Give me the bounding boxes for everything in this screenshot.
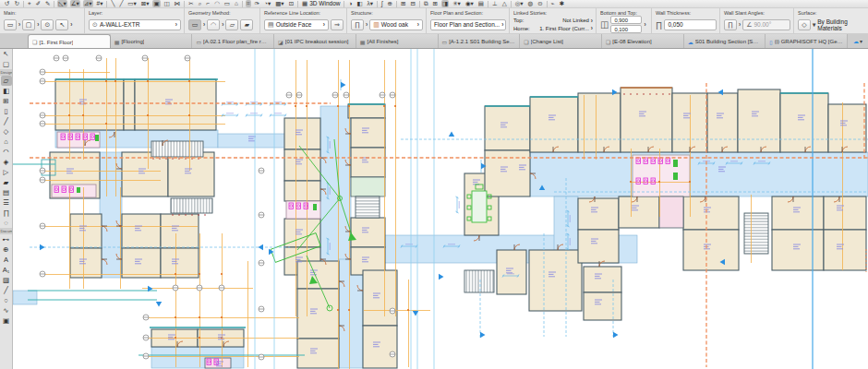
tool-circle[interactable]: ○ [1,295,12,305]
marquee-default-button[interactable]: ▢ [22,19,35,30]
redo-icon[interactable]: ↻ [13,0,19,7]
tool-label[interactable]: A₁ [1,265,12,275]
tab-ipc-breakout[interactable]: ◪[01 IPC breakout session] [274,34,356,48]
paste-icon[interactable]: ⊞ [432,0,439,7]
chevron-icon[interactable]: › [323,21,325,28]
tool-column[interactable]: ▯ [1,106,12,116]
camera-icon[interactable]: ◉▾ [464,0,475,7]
chevron-icon[interactable]: › [222,21,223,28]
angle-snap-icon[interactable]: ⊿▾ [83,0,93,7]
slant-angle-field[interactable]: ∠ 90.00° [742,19,790,30]
connect-icon[interactable]: ⌁ [550,0,556,7]
tab-graphisoft-hq[interactable]: ▯(i) GRAPHISOFT HQ [Gener... [766,34,848,48]
tool-door[interactable]: ◧ [1,86,12,96]
tool-roof[interactable]: ⌂ [1,137,12,147]
orbit-icon[interactable]: ⊕ [387,0,393,7]
chevron-icon[interactable]: › [70,21,72,28]
fillet-icon[interactable]: ◠ [213,0,221,7]
marquee-restrict-icon[interactable]: ▭▾ [127,0,137,7]
sun-study-icon[interactable]: ✳▾ [452,0,462,7]
linked-home-row[interactable]: Home: 1. First Floor (Curr... › [513,25,593,33]
virtual-trace-icon[interactable]: ⌗ [246,0,251,7]
tool-beam[interactable]: ╱ [1,116,12,126]
chevron-icon[interactable]: › [175,21,177,28]
chevron-icon[interactable]: › [591,18,593,24]
tool-line[interactable]: ╱ [1,285,12,295]
chevron-icon[interactable]: › [366,21,368,28]
structure-type-button[interactable]: ∏ [351,19,364,30]
tab-s01-building-section[interactable]: ☁S01 Building Section [S01... [684,34,766,48]
tab-change-list[interactable]: ❏[Change List] [520,34,602,48]
tab-flooring[interactable]: ▦[Flooring] [111,34,193,48]
snap-guide-icon[interactable]: ╱ [118,0,124,7]
tool-stair[interactable]: ☰ [1,197,12,208]
tab-fire-rating-layout[interactable]: ▭[A.02.1 Floor plan_fire rating] [192,34,274,48]
structure-field[interactable]: ▥ Wood oak › [369,19,423,30]
thickness-field[interactable]: 0,050 [664,19,717,30]
layer-field[interactable]: ⊙ A-WALL-EXTR › [89,19,181,30]
tool-railing[interactable]: ∏ [1,208,12,218]
3d-window-toggle[interactable]: ▦3D Window [301,0,341,7]
tab-all-finishes[interactable]: ▦[All Finishes] [356,34,439,48]
tool-shell[interactable]: ◠ [1,147,12,157]
ungroup-icon[interactable]: ⋈ [174,0,182,7]
tool-level-dimension[interactable]: ⊕ [1,244,12,255]
tab-first-floor[interactable]: ❏[1. First Floor] [28,34,111,48]
favorites-button[interactable]: ⊙ [41,19,54,30]
chevron-icon[interactable]: › [501,21,503,28]
plane-snap-icon[interactable]: ∠▾ [70,0,80,7]
tool-text[interactable]: A [1,255,12,265]
zoom-box-icon[interactable]: ⊟ [409,0,416,7]
surface-override-button[interactable]: ◇ [798,19,811,30]
renovation-filter-icon[interactable]: ✑ [254,0,260,7]
suspend-groups-icon[interactable]: ▣ [152,0,160,7]
drag-element-icon[interactable]: ⌖ [27,0,32,7]
snap-grid-icon[interactable]: #▾ [96,0,104,7]
stretch-icon[interactable]: ▭ [223,0,231,7]
top-offset-field[interactable]: 0,100 [610,25,642,33]
chevron-icon[interactable]: › [203,21,205,28]
lock-icon[interactable]: ⊠▾ [140,0,151,7]
tool-object[interactable]: ◌ [1,218,12,228]
guide-line-icon[interactable]: ╲ [110,0,115,7]
chevron-icon[interactable]: › [37,21,39,28]
publish-icon[interactable]: ◍ [527,0,535,7]
inject-parameters-icon[interactable]: ✎ [44,0,51,7]
reference-line-field[interactable]: ▤ Outside Face › [264,19,329,30]
tab-overflow-button[interactable]: ☁▾ [848,34,868,48]
bottom-offset-field[interactable]: 0,900 [610,16,642,24]
tool-fill[interactable]: ▨ [1,275,12,285]
zoom-tool-icon[interactable]: ⌕ [198,0,203,7]
trim-icon[interactable]: ⌐ [205,0,211,7]
group-info-icon[interactable]: ◫ [163,0,171,7]
flip-reference-line-button[interactable]: ⇒ [331,19,344,30]
walk-mode-icon[interactable]: ʃ [380,0,383,7]
split-icon[interactable]: ✂ [187,0,194,7]
3d-style-icon[interactable]: ◧ [356,0,363,7]
shadow-icon[interactable]: ◑ [347,0,353,7]
clip-icon[interactable]: ▤ [477,0,485,7]
geometry-polygon-button[interactable]: ▰ [240,19,253,30]
chevron-icon[interactable]: › [739,21,741,28]
chevron-icon[interactable]: › [417,21,419,28]
tool-curtain-wall[interactable]: ▤ [1,187,12,197]
tool-select[interactable]: ↖ [1,49,12,59]
tool-skylight[interactable]: ◈ [1,157,12,167]
tab-building-section-layout[interactable]: ▭[A-1.2.1 S01 Building Secti... [439,34,521,48]
tool-drawing[interactable]: ▣ [1,315,12,326]
tool-wall[interactable]: ▱ [1,76,12,86]
tab-e08-elevation[interactable]: ❏[E-08 Elevation] [602,34,684,48]
tool-dimension[interactable]: ⊷ [1,234,12,244]
profile-manager-icon[interactable]: ⊙ [536,0,543,7]
pick-up-parameters-icon[interactable]: ✐ [35,0,42,7]
wall-default-settings-button[interactable]: ▭ [4,19,17,30]
geometry-trapezoid-button[interactable]: ▱ [225,19,238,30]
fit-view-icon[interactable]: ⊞ [400,0,406,7]
linked-top-row[interactable]: Top: Not Linked › [513,17,593,25]
arrow-tool-button[interactable]: ↖ [55,19,68,30]
tool-window[interactable]: ⊞ [1,96,12,106]
settings-icon[interactable]: ✱ [559,0,565,7]
chevron-icon[interactable]: › [644,21,645,28]
sync-icon[interactable]: ◔▾ [263,0,271,7]
floor-plan-canvas[interactable] [13,49,868,369]
